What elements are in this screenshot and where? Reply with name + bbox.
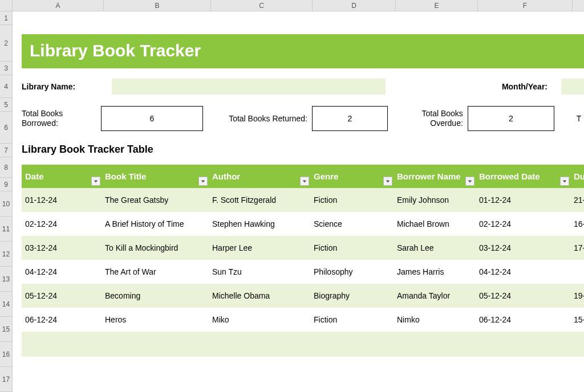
table-row[interactable]: 05-12-24BecomingMichelle ObamaBiographyA… bbox=[22, 284, 584, 308]
table-row[interactable]: 03-12-24To Kill a MockingbirdHarper LeeF… bbox=[22, 236, 584, 260]
sheet-body: Library Book Tracker Library Name: Month… bbox=[13, 11, 584, 392]
month-year-input[interactable] bbox=[561, 79, 584, 95]
col-header-author[interactable]: Author bbox=[209, 165, 310, 188]
row-header-4[interactable]: 4 bbox=[0, 75, 12, 98]
cell-borrower[interactable]: Sarah Lee bbox=[394, 236, 476, 260]
filter-icon[interactable] bbox=[560, 177, 569, 186]
col-header-date[interactable]: Date bbox=[22, 165, 102, 188]
column-header-B[interactable]: B bbox=[104, 0, 211, 11]
cell-borrowed[interactable]: 06-12-24 bbox=[476, 308, 570, 332]
cell-borrower[interactable]: James Harris bbox=[394, 260, 476, 284]
column-header-D[interactable]: D bbox=[313, 0, 396, 11]
cell-borrowed[interactable]: 01-12-24 bbox=[476, 188, 570, 212]
cell-due[interactable]: 19-12- bbox=[570, 284, 584, 308]
cell-author[interactable]: Michelle Obama bbox=[209, 284, 310, 308]
cell-date[interactable]: 04-12-24 bbox=[22, 260, 102, 284]
filter-icon[interactable] bbox=[198, 177, 208, 186]
column-header-C[interactable]: C bbox=[211, 0, 313, 11]
cell-author[interactable]: F. Scott Fitzgerald bbox=[209, 188, 310, 212]
cell-title[interactable]: A Brief History of Time bbox=[102, 212, 209, 236]
column-headers[interactable]: ABCDEFG bbox=[0, 0, 584, 11]
row-header-12[interactable]: 12 bbox=[0, 242, 12, 267]
cell-date[interactable]: 05-12-24 bbox=[22, 284, 102, 308]
cell-borrower[interactable]: Emily Johnson bbox=[394, 188, 476, 212]
cell-due[interactable]: 16-12- bbox=[570, 212, 584, 236]
table-row-empty[interactable] bbox=[22, 332, 584, 357]
row-header-1[interactable]: 1 bbox=[0, 11, 12, 25]
row-header-11[interactable]: 11 bbox=[0, 217, 12, 242]
filter-icon[interactable] bbox=[300, 177, 309, 186]
cell-title[interactable]: To Kill a Mockingbird bbox=[102, 236, 209, 260]
column-header-G[interactable]: G bbox=[573, 0, 584, 11]
row-header-5[interactable]: 5 bbox=[0, 98, 12, 112]
column-header-E[interactable]: E bbox=[396, 0, 478, 11]
cell-title[interactable]: Becoming bbox=[102, 284, 209, 308]
cell-date[interactable]: 02-12-24 bbox=[22, 212, 102, 236]
table-row[interactable]: 01-12-24The Great GatsbyF. Scott Fitzger… bbox=[22, 188, 584, 212]
col-header-due-d[interactable]: Due D bbox=[570, 165, 584, 188]
col-header-genre[interactable]: Genre bbox=[310, 165, 394, 188]
svg-marker-2 bbox=[303, 180, 306, 182]
table-row[interactable]: 04-12-24The Art of WarSun TzuPhilosophyJ… bbox=[22, 260, 584, 284]
cell-borrowed[interactable]: 03-12-24 bbox=[476, 236, 570, 260]
row-header-13[interactable]: 13 bbox=[0, 267, 12, 292]
cell-date[interactable]: 03-12-24 bbox=[22, 236, 102, 260]
cell-genre[interactable]: Science bbox=[310, 212, 394, 236]
cell-borrower[interactable]: Nimko bbox=[394, 308, 476, 332]
filter-icon[interactable] bbox=[91, 177, 100, 186]
overdue-value[interactable]: 2 bbox=[468, 106, 554, 131]
svg-marker-4 bbox=[468, 180, 472, 182]
table-title: Library Book Tracker Table bbox=[22, 144, 584, 156]
row-header-9[interactable]: 9 bbox=[0, 178, 12, 191]
svg-marker-3 bbox=[386, 180, 390, 182]
row-header-10[interactable]: 10 bbox=[0, 191, 12, 217]
col-header-book-title[interactable]: Book Title bbox=[102, 165, 209, 188]
cell-borrower[interactable]: Amanda Taylor bbox=[394, 284, 476, 308]
table-row[interactable]: 06-12-24HerosMikoFictionNimko06-12-2415-… bbox=[22, 308, 584, 332]
cell-due[interactable]: 15-12- bbox=[570, 308, 584, 332]
row-header-8[interactable]: 8 bbox=[0, 157, 12, 178]
cell-author[interactable]: Stephen Hawking bbox=[209, 212, 310, 236]
row-header-14[interactable]: 14 bbox=[0, 292, 12, 317]
col-header-borrowed-date[interactable]: Borrowed Date bbox=[476, 165, 570, 188]
filter-icon[interactable] bbox=[465, 177, 474, 186]
cell-genre[interactable]: Philosophy bbox=[310, 260, 394, 284]
library-name-input[interactable] bbox=[112, 79, 386, 95]
cell-author[interactable]: Sun Tzu bbox=[209, 260, 310, 284]
stats-row: Total Books Borrowed: 6 Total Books Retu… bbox=[22, 106, 584, 131]
row-header-6[interactable]: 6 bbox=[0, 112, 12, 144]
cell-due[interactable]: 21-12- bbox=[570, 188, 584, 212]
returned-value[interactable]: 2 bbox=[312, 106, 388, 131]
filter-icon[interactable] bbox=[383, 177, 392, 186]
row-header-7[interactable]: 7 bbox=[0, 144, 12, 157]
cell-borrowed[interactable]: 02-12-24 bbox=[476, 212, 570, 236]
row-header-17[interactable]: 17 bbox=[0, 367, 12, 392]
cell-due[interactable]: 17-12- bbox=[570, 236, 584, 260]
row-headers[interactable]: 1234567891011121314151617 bbox=[0, 11, 13, 392]
borrowed-value[interactable]: 6 bbox=[101, 106, 203, 131]
cell-date[interactable]: 06-12-24 bbox=[22, 308, 102, 332]
cell-due[interactable] bbox=[570, 260, 584, 284]
column-header-A[interactable]: A bbox=[13, 0, 104, 11]
cell-genre[interactable]: Fiction bbox=[310, 236, 394, 260]
cell-genre[interactable]: Fiction bbox=[310, 308, 394, 332]
row-header-16[interactable]: 16 bbox=[0, 342, 12, 367]
cell-genre[interactable]: Biography bbox=[310, 284, 394, 308]
row-header-2[interactable]: 2 bbox=[0, 25, 12, 62]
table-row[interactable]: 02-12-24A Brief History of TimeStephen H… bbox=[22, 212, 584, 236]
column-header-F[interactable]: F bbox=[478, 0, 573, 11]
cell-borrowed[interactable]: 04-12-24 bbox=[476, 260, 570, 284]
row-header-3[interactable]: 3 bbox=[0, 62, 12, 75]
row-header-15[interactable]: 15 bbox=[0, 317, 12, 342]
cell-borrower[interactable]: Michael Brown bbox=[394, 212, 476, 236]
borrowed-label: Total Books Borrowed: bbox=[22, 109, 96, 128]
col-header-borrower-name[interactable]: Borrower Name bbox=[394, 165, 476, 188]
cell-author[interactable]: Harper Lee bbox=[209, 236, 310, 260]
cell-author[interactable]: Miko bbox=[209, 308, 310, 332]
cell-title[interactable]: The Art of War bbox=[102, 260, 209, 284]
cell-borrowed[interactable]: 05-12-24 bbox=[476, 284, 570, 308]
cell-title[interactable]: The Great Gatsby bbox=[102, 188, 209, 212]
cell-genre[interactable]: Fiction bbox=[310, 188, 394, 212]
cell-title[interactable]: Heros bbox=[102, 308, 209, 332]
cell-date[interactable]: 01-12-24 bbox=[22, 188, 102, 212]
